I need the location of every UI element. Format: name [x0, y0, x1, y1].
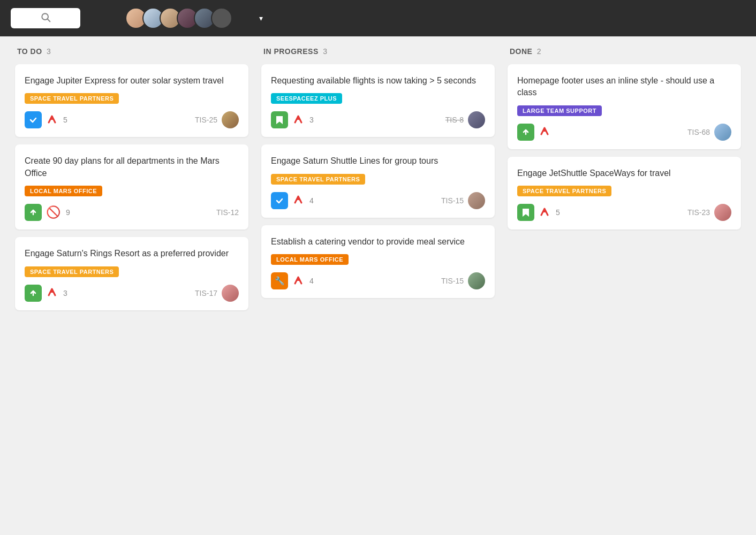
card-title: Homepage footer uses an inline style - s… [517, 75, 731, 99]
avatar [222, 285, 239, 302]
avatar [222, 111, 239, 128]
ticket-id: TIS-23 [687, 208, 710, 217]
ticket-id: TIS-15 [441, 196, 464, 205]
filters-button[interactable]: ▾ [256, 14, 263, 22]
ticket-id: TIS-15 [441, 277, 464, 285]
card-footer: 3 TIS-8 [271, 111, 485, 128]
card-title: Engage Jupiter Express for outer solar s… [25, 75, 239, 87]
upload-icon[interactable] [25, 204, 42, 221]
priority-icon [46, 286, 58, 300]
column-count: 2 [537, 47, 541, 56]
comment-count: 4 [309, 277, 314, 285]
priority-icon [539, 125, 550, 139]
search-icon [40, 12, 51, 25]
column-inprogress: IN PROGRESS 3 Requesting available fligh… [255, 47, 501, 305]
column-todo: TO DO 3 Engage Jupiter Express for outer… [9, 47, 255, 318]
comment-count: 3 [309, 116, 314, 124]
ticket-id: TIS-17 [195, 289, 217, 297]
card-footer: 5 TIS-25 [25, 111, 239, 128]
tag[interactable]: LOCAL MARS OFFICE [271, 254, 349, 265]
column-header: DONE 2 [508, 47, 741, 56]
avatar [714, 204, 731, 221]
card-footer: TIS-68 [517, 124, 731, 141]
ticket-id: TIS-12 [216, 208, 239, 217]
comment-count: 5 [556, 208, 560, 217]
ticket-id: TIS-68 [687, 128, 710, 136]
card-title: Engage Saturn's Rings Resort as a prefer… [25, 248, 239, 259]
priority-icon [539, 205, 550, 220]
card: Engage Saturn's Rings Resort as a prefer… [15, 237, 248, 310]
checkbox-icon[interactable] [271, 192, 288, 209]
no-entry-icon: 🚫 [46, 205, 61, 219]
avatar-overflow[interactable] [211, 7, 232, 29]
bookmark-icon[interactable] [271, 111, 288, 128]
card: Engage JetShuttle SpaceWays for travel S… [508, 157, 741, 230]
card-title: Engage JetShuttle SpaceWays for travel [517, 167, 731, 179]
card-footer: 🔧 4 TIS-15 [271, 272, 485, 289]
bookmark-icon[interactable] [517, 204, 534, 221]
card-title: Requesting available flights is now taki… [271, 75, 485, 87]
chevron-down-icon: ▾ [259, 14, 263, 22]
column-header: TO DO 3 [15, 47, 248, 56]
checkbox-icon[interactable] [25, 111, 42, 128]
card-footer: 3 TIS-17 [25, 285, 239, 302]
card: Engage Saturn Shuttle Lines for group to… [261, 144, 495, 217]
tag[interactable]: SPACE TRAVEL PARTNERS [25, 93, 119, 104]
avatar [468, 272, 485, 289]
avatar [714, 124, 731, 141]
column-done: DONE 2 Homepage footer uses an inline st… [501, 47, 747, 237]
avatar [468, 192, 485, 209]
comment-count: 5 [63, 116, 67, 124]
avatar-group [125, 7, 232, 29]
svg-line-1 [48, 19, 50, 21]
kanban-board: TO DO 3 Engage Jupiter Express for outer… [0, 36, 756, 328]
priority-icon [292, 193, 304, 208]
card: Engage Jupiter Express for outer solar s… [15, 64, 248, 137]
ticket-id: TIS-8 [445, 116, 464, 124]
card-title: Create 90 day plans for all departments … [25, 155, 239, 179]
card-title: Establish a catering vendor to provide m… [271, 236, 485, 248]
tag[interactable]: LOCAL MARS OFFICE [25, 186, 102, 196]
column-count: 3 [323, 47, 327, 56]
tag[interactable]: SEESPACEEZ PLUS [271, 93, 342, 104]
tag[interactable]: SPACE TRAVEL PARTNERS [271, 174, 365, 185]
tag[interactable]: LARGE TEAM SUPPORT [517, 105, 602, 116]
comment-count: 4 [309, 196, 314, 205]
tag[interactable]: SPACE TRAVEL PARTNERS [25, 266, 119, 277]
upload-icon[interactable] [25, 285, 42, 302]
priority-icon [46, 113, 58, 127]
card-footer: 🚫 9 TIS-12 [25, 204, 239, 221]
comment-count: 3 [63, 289, 67, 297]
priority-icon [292, 274, 304, 288]
card: Establish a catering vendor to provide m… [261, 225, 495, 298]
upload-icon[interactable] [517, 124, 534, 141]
search-box[interactable] [11, 8, 80, 28]
wrench-icon[interactable]: 🔧 [271, 272, 288, 289]
column-count: 3 [47, 47, 51, 56]
card: Requesting available flights is now taki… [261, 64, 495, 137]
card: Homepage footer uses an inline style - s… [508, 64, 741, 149]
card-footer: 5 TIS-23 [517, 204, 731, 221]
column-header: IN PROGRESS 3 [261, 47, 495, 56]
card-footer: 4 TIS-15 [271, 192, 485, 209]
comment-count: 9 [66, 208, 70, 217]
card: Create 90 day plans for all departments … [15, 144, 248, 230]
avatar [468, 111, 485, 128]
priority-icon [292, 113, 304, 127]
card-title: Engage Saturn Shuttle Lines for group to… [271, 155, 485, 167]
tag[interactable]: SPACE TRAVEL PARTNERS [517, 186, 611, 196]
top-bar: ▾ [0, 0, 756, 36]
ticket-id: TIS-25 [195, 116, 217, 124]
